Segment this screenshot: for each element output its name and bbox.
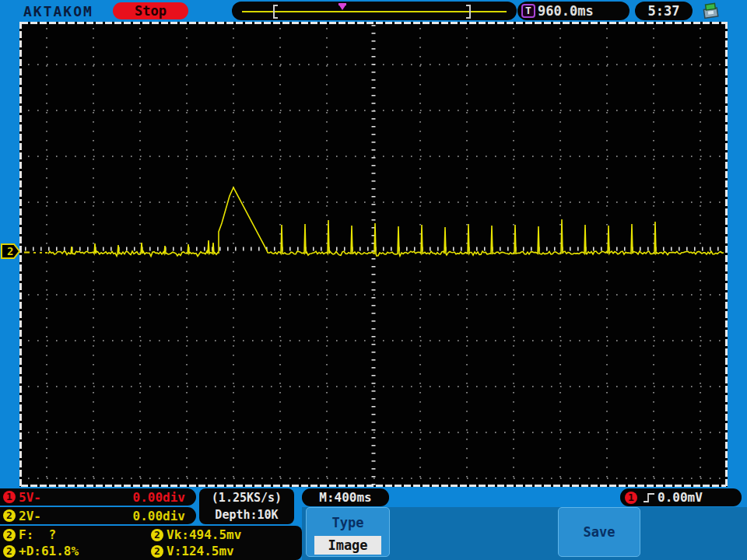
scrollbar-graphic <box>232 2 517 20</box>
brand-logo: AKTAKOM <box>23 2 93 22</box>
type-menu-button[interactable]: Type Image <box>306 507 390 557</box>
ch1-status-row: 1 5V- 0.00div <box>0 488 196 506</box>
oscilloscope-screen: AKTAKOM Stop T 960.0ms 5:37 2 <box>0 0 747 560</box>
measurements-panel: 2 F: ? 2 Vk:494.5mv 2 +D:61.8% 2 V:124.5… <box>0 526 302 560</box>
ch2-badge: 2 <box>3 509 16 522</box>
clock-readout: 5:37 <box>635 2 693 20</box>
meas-ch-badge: 2 <box>3 545 16 558</box>
trigger-status-readout: 1 0.00mV <box>620 488 742 506</box>
ch1-badge: 1 <box>3 491 16 503</box>
trigger-time-value: 960.0ms <box>538 3 594 19</box>
meas-ch-badge: 2 <box>3 529 16 541</box>
horizontal-position-scrollbar[interactable] <box>232 2 517 20</box>
measurement-duty: 2 +D:61.8% <box>3 544 151 558</box>
ch1-offset: 0.00div <box>133 490 185 505</box>
timebase-readout: M:400ms <box>302 488 389 506</box>
meas-ch-badge: 2 <box>151 545 163 558</box>
type-label: Type <box>307 515 389 530</box>
save-label: Save <box>559 508 640 556</box>
sample-rate: (1.25KS/s) <box>199 489 294 506</box>
trigger-time-readout: T 960.0ms <box>517 2 630 20</box>
ch2-position-marker[interactable]: 2 <box>1 242 22 264</box>
rising-edge-icon <box>642 491 656 505</box>
ch2-status-row: 2 2V- 0.00div <box>0 507 196 524</box>
trigger-t-icon: T <box>521 4 535 18</box>
acquisition-info-box: (1.25KS/s) Depth:10K <box>199 488 294 524</box>
record-depth: Depth:10K <box>199 506 294 523</box>
type-selected-value[interactable]: Image <box>314 536 381 555</box>
storage-device-icon <box>700 1 723 23</box>
meas-ch-badge: 2 <box>151 529 163 541</box>
ch2-offset: 0.00div <box>133 509 185 523</box>
run-state-button[interactable]: Stop <box>113 2 188 19</box>
trigger-position-marker[interactable] <box>338 3 346 10</box>
trigger-source-badge: 1 <box>625 492 637 504</box>
measurement-v: 2 V:124.5mv <box>151 544 234 558</box>
ch1-scale: 5V- <box>19 490 41 505</box>
graticule <box>19 22 728 487</box>
measurement-freq: 2 F: ? <box>3 527 151 542</box>
ch2-marker-label: 2 <box>7 245 13 257</box>
ch2-scale: 2V- <box>19 509 41 523</box>
save-button[interactable]: Save <box>558 507 640 557</box>
trigger-level-value: 0.00mV <box>658 490 703 505</box>
graticule-display <box>19 22 728 487</box>
measurement-vk: 2 Vk:494.5mv <box>151 527 241 542</box>
